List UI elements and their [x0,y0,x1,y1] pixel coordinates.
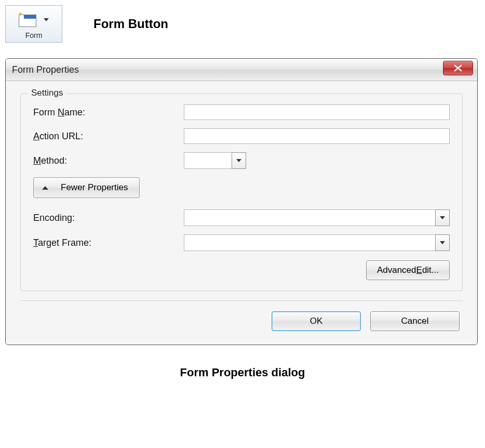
chevron-up-icon [42,186,48,190]
ok-button[interactable]: OK [272,311,361,331]
encoding-dropdown-button[interactable] [435,209,450,226]
action-url-input[interactable] [184,128,450,144]
chevron-down-icon [236,159,241,162]
form-name-input[interactable] [184,104,450,120]
dropdown-caret-icon [44,18,49,21]
chevron-down-icon [440,241,445,244]
method-combo[interactable] [184,152,246,169]
form-toolbar-label: Form [25,31,43,39]
form-name-label: Form Name: [33,107,184,118]
bottom-caption: Form Properties dialog [5,366,480,379]
target-frame-label: Target Frame: [33,238,184,248]
fewer-properties-label: Fewer Properties [61,182,128,193]
dialog-titlebar[interactable]: Form Properties [6,59,477,81]
target-frame-input[interactable] [184,234,435,251]
fewer-properties-button[interactable]: Fewer Properties [33,177,140,198]
target-frame-dropdown-button[interactable] [435,234,450,251]
method-label: Method: [33,155,184,166]
form-window-icon: ✦ [19,12,36,27]
encoding-combo[interactable] [184,209,450,226]
close-button[interactable] [443,61,473,75]
dialog-title: Form Properties [12,64,79,75]
encoding-label: Encoding: [33,213,184,223]
target-frame-combo[interactable] [184,234,450,251]
settings-group: Settings Form Name: Action URL: Method: [20,94,463,291]
chevron-down-icon [440,216,445,219]
top-heading: Form Button [93,17,168,31]
advanced-edit-button[interactable]: Advanced Edit... [366,260,450,280]
form-toolbar-button[interactable]: ✦ Form [5,5,62,43]
action-url-label: Action URL: [33,131,184,142]
settings-legend: Settings [28,88,66,98]
encoding-input[interactable] [184,209,435,226]
cancel-button[interactable]: Cancel [370,311,460,331]
close-icon [453,64,463,72]
form-properties-dialog: Form Properties Settings Form Name: Acti… [5,58,478,345]
method-input[interactable] [184,152,232,169]
method-dropdown-button[interactable] [232,152,246,169]
